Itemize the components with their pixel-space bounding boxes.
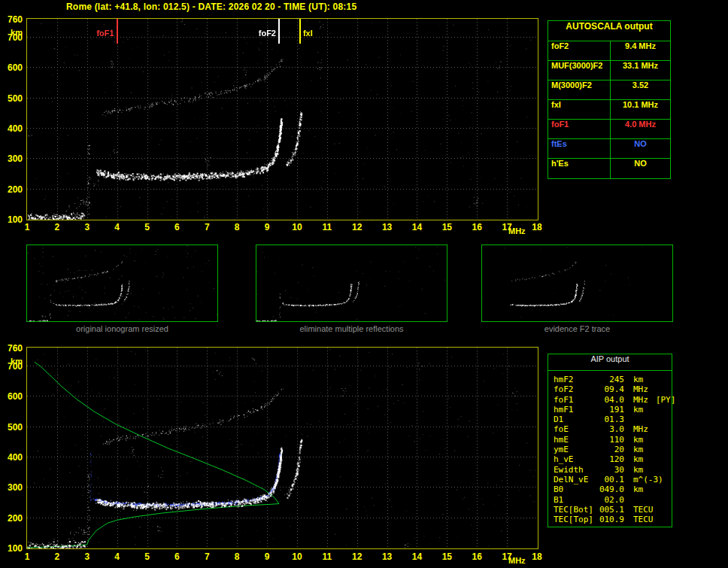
- autoscala-row: fxI10.1 MHz: [548, 100, 670, 120]
- parameter-label: foF2: [548, 41, 611, 60]
- aip-name: hmE: [554, 435, 599, 445]
- x-tick-top: 3: [84, 222, 89, 232]
- autoscala-row: MUF(3000)F233.1 MHz: [548, 61, 670, 80]
- thumbnail-f2-trace: [481, 245, 673, 322]
- aip-extra: [PY]: [656, 395, 676, 405]
- aip-name: Ewidth: [554, 465, 599, 475]
- aip-value: 049.0: [599, 484, 624, 494]
- aip-value: 00.1: [599, 475, 624, 484]
- parameter-label: ftEs: [548, 139, 611, 158]
- aip-value: 191: [599, 405, 624, 415]
- x-tick-bottom: 10: [292, 551, 302, 562]
- y-tick-bottom: 300: [2, 482, 23, 493]
- autoscala-row: ftEsNO: [548, 139, 670, 159]
- aip-unit: TECU: [633, 515, 654, 524]
- x-tick-bottom: 13: [382, 551, 392, 562]
- x-axis-unit-bottom: MHz: [508, 556, 526, 565]
- x-tick-bottom: 8: [235, 551, 240, 562]
- aip-row: DelN_vE00.1m^(-3): [554, 475, 672, 484]
- aip-value: 110: [599, 435, 624, 445]
- aip-value: 010.9: [599, 515, 624, 524]
- aip-unit: MHz: [633, 395, 648, 405]
- aip-row: hmE110km: [554, 435, 672, 445]
- y-axis-unit-top: km: [2, 28, 23, 37]
- aip-row: h_vE120km: [554, 454, 672, 464]
- x-tick-top: 7: [205, 222, 210, 232]
- aip-unit: MHz: [633, 424, 648, 434]
- aip-row: Ewidth30km: [554, 465, 672, 475]
- x-tick-bottom: 11: [322, 551, 332, 562]
- x-tick-bottom: 9: [265, 551, 270, 562]
- y-tick-bottom: 200: [2, 513, 23, 524]
- aip-row: foF104.0MHz[PY]: [554, 395, 672, 405]
- x-tick-top: 10: [292, 222, 302, 232]
- parameter-value: NO: [611, 159, 670, 178]
- thumbnail-caption-original: original ionogram resized: [26, 324, 218, 333]
- autoscala-row: foF29.4 MHz: [548, 41, 670, 61]
- parameter-value: 9.4 MHz: [611, 41, 670, 60]
- aip-unit: km: [633, 405, 643, 415]
- x-tick-bottom: 7: [205, 551, 210, 562]
- autoscala-rows: foF29.4 MHzMUF(3000)F233.1 MHzM(3000)F23…: [548, 41, 670, 178]
- aip-row: hmF2245km: [554, 375, 672, 384]
- aip-unit: km: [633, 445, 643, 454]
- aip-row: foF209.4MHz: [554, 384, 672, 394]
- y-tick-bottom: 500: [2, 422, 23, 433]
- aip-value: 30: [599, 465, 624, 475]
- x-tick-top: 6: [174, 222, 180, 232]
- x-tick-bottom: 18: [532, 551, 541, 562]
- aip-name: foF1: [554, 395, 599, 405]
- aip-value: 3.0: [599, 424, 624, 434]
- x-tick-top: 15: [442, 222, 452, 232]
- aip-unit: km: [633, 454, 643, 464]
- x-tick-top: 13: [382, 222, 392, 232]
- aip-row: hmF1191km: [554, 405, 672, 415]
- fxI-marker-label: fxI: [303, 29, 313, 38]
- parameter-label: fxI: [548, 100, 611, 119]
- x-tick-bottom: 5: [144, 551, 150, 562]
- x-tick-bottom: 16: [472, 551, 482, 562]
- aip-name: TEC[Top]: [554, 515, 599, 524]
- aip-name: hmF2: [554, 375, 599, 384]
- aip-name: B0: [554, 484, 599, 494]
- x-tick-top: 1: [25, 222, 30, 232]
- parameter-value: 10.1 MHz: [611, 100, 670, 119]
- x-tick-bottom: 12: [352, 551, 362, 562]
- aip-value: 04.0: [599, 395, 624, 405]
- aip-value: 20: [599, 445, 624, 454]
- x-tick-bottom: 4: [114, 551, 120, 562]
- x-tick-bottom: 14: [412, 551, 422, 562]
- aip-row: ymE20km: [554, 445, 672, 454]
- autoscala-row: foF14.0 MHz: [548, 120, 670, 139]
- x-tick-top: 4: [114, 222, 120, 232]
- aip-row: TEC[Top]010.9TECU: [554, 515, 672, 524]
- profile-ionogram-plot: [26, 347, 538, 549]
- parameter-value: 4.0 MHz: [611, 120, 670, 138]
- aip-name: foE: [554, 424, 599, 434]
- autoscala-row: h'EsNO: [548, 159, 670, 178]
- aip-value: 09.4: [599, 384, 624, 394]
- aip-unit: km: [633, 484, 643, 494]
- x-tick-bottom: 15: [442, 551, 452, 562]
- y-axis-unit-bottom: km: [2, 357, 23, 366]
- x-tick-top: 12: [352, 222, 362, 232]
- x-tick-top: 5: [144, 222, 150, 232]
- parameter-label: h'Es: [548, 159, 611, 178]
- thumbnail-caption-multiples: eliminate multiple reflections: [256, 324, 447, 333]
- y-tick-top: 760: [2, 14, 23, 25]
- aip-value: 01.3: [599, 415, 624, 424]
- y-tick-bottom: 100: [2, 543, 23, 554]
- aip-row: B0049.0km: [554, 484, 672, 494]
- parameter-value: 3.52: [611, 80, 670, 99]
- y-tick-bottom: 760: [2, 343, 23, 354]
- x-tick-bottom: 6: [174, 551, 180, 562]
- aip-row: foE3.0MHz: [554, 424, 672, 434]
- y-tick-bottom: 600: [2, 391, 23, 402]
- autoscala-table-title: AUTOSCALA output: [548, 21, 670, 41]
- y-tick-top: 300: [2, 153, 23, 164]
- x-tick-top: 14: [412, 222, 422, 232]
- aip-name: h_vE: [554, 454, 599, 464]
- x-tick-top: 2: [55, 222, 60, 232]
- parameter-value: NO: [611, 139, 670, 158]
- y-tick-bottom: 400: [2, 452, 23, 463]
